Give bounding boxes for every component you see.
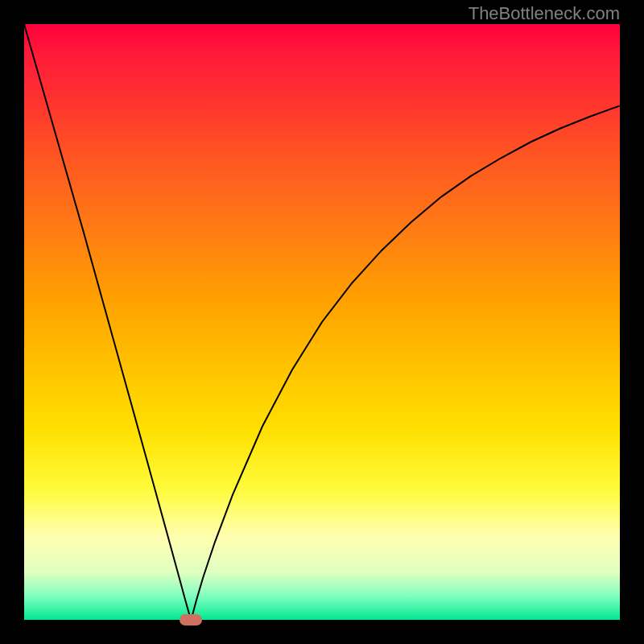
minimum-marker — [180, 614, 202, 625]
chart-container: TheBottleneck.com — [0, 0, 644, 644]
watermark-text: TheBottleneck.com — [469, 3, 620, 24]
plot-area — [24, 24, 620, 620]
bottleneck-curve — [24, 24, 620, 620]
curve-svg — [24, 24, 620, 620]
